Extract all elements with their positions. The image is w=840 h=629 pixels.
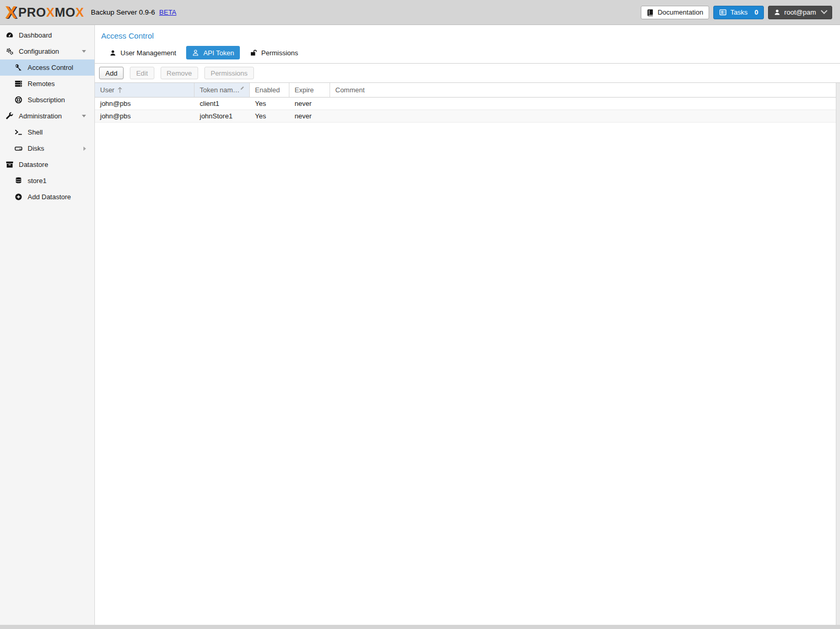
book-icon [647, 9, 654, 16]
column-label: Expire [295, 86, 314, 94]
sidebar-item-label: Access Control [28, 64, 73, 71]
remove-button[interactable]: Remove [161, 67, 198, 79]
cell-enabled: Yes [250, 112, 289, 120]
chevron-down-icon [821, 7, 827, 14]
bottom-border-strip [0, 625, 840, 629]
top-bar: X PROXMOX Backup Server 0.9-6 BETA Docum… [0, 0, 840, 25]
plus-circle-icon [14, 193, 23, 201]
column-header-comment[interactable]: Comment [330, 83, 836, 97]
logo-seg: PRO [18, 5, 46, 19]
column-header-expire[interactable]: Expire [289, 83, 330, 97]
column-sort-tick-icon [240, 86, 244, 89]
api-token-grid: User Token nam… Enabled Expire Comment [95, 83, 840, 625]
sidebar-item-label: Disks [28, 144, 44, 152]
sidebar-item-label: Shell [28, 128, 43, 136]
topbar-actions: Documentation Tasks 0 root@pam [641, 6, 832, 19]
sidebar-item-label: Add Datastore [28, 193, 71, 201]
user-outline-icon [192, 49, 199, 56]
sidebar-item-shell[interactable]: Shell [0, 124, 94, 140]
user-menu-label: root@pam [784, 8, 816, 16]
sidebar-item-configuration[interactable]: Configuration [0, 43, 94, 59]
key-icon [14, 64, 23, 71]
column-header-user[interactable]: User [95, 83, 194, 97]
sidebar-item-store1[interactable]: store1 [0, 173, 94, 189]
tasks-button[interactable]: Tasks 0 [713, 6, 764, 19]
proxmox-logo-x-icon: X [5, 4, 17, 21]
sort-asc-icon [117, 87, 123, 93]
add-button[interactable]: Add [99, 67, 124, 79]
user-icon [774, 9, 781, 16]
database-icon [14, 177, 23, 185]
cell-token-name: johnStore1 [194, 112, 250, 120]
column-label: Token nam… [200, 86, 240, 94]
sidebar-item-label: Subscription [28, 96, 65, 104]
tab-api-token[interactable]: API Token [186, 46, 240, 59]
task-list-icon [719, 8, 727, 16]
permissions-button[interactable]: Permissions [204, 67, 254, 79]
content-panel: Access Control User Management API Token [95, 25, 840, 625]
cell-token-name: client1 [194, 100, 250, 107]
caret-down-icon[interactable] [82, 50, 86, 53]
column-header-enabled[interactable]: Enabled [250, 83, 289, 97]
proxmox-logo: X PROXMOX [5, 4, 84, 21]
tab-user-management[interactable]: User Management [104, 46, 182, 59]
tasks-count-badge: 0 [754, 8, 758, 16]
sidebar-item-label: Configuration [19, 47, 59, 55]
user-menu-button[interactable]: root@pam [768, 6, 832, 19]
dashboard-icon [5, 31, 14, 39]
logo-seg: X [46, 5, 55, 19]
cell-user: john@pbs [95, 112, 194, 120]
unlock-icon [250, 49, 257, 56]
column-label: Comment [335, 86, 364, 94]
proxmox-logo-wordmark: PROXMOX [18, 6, 84, 19]
caret-right-icon[interactable] [83, 147, 86, 151]
beta-link[interactable]: BETA [159, 8, 176, 16]
content-header: Access Control User Management API Token [95, 25, 840, 64]
sidebar-item-label: Dashboard [19, 31, 52, 39]
wrench-icon [5, 112, 14, 120]
cell-expire: never [289, 112, 330, 120]
cell-enabled: Yes [250, 100, 289, 107]
terminal-icon [14, 128, 23, 136]
cell-user: john@pbs [95, 100, 194, 107]
caret-down-icon[interactable] [82, 115, 86, 117]
tab-label: Permissions [261, 49, 298, 57]
gears-icon [5, 47, 14, 55]
hard-disk-icon [14, 144, 23, 152]
sidebar-item-dashboard[interactable]: Dashboard [0, 27, 94, 43]
scrollbar-gutter[interactable] [836, 83, 840, 625]
tab-permissions[interactable]: Permissions [244, 46, 304, 59]
sidebar-item-add-datastore[interactable]: Add Datastore [0, 189, 94, 205]
server-icon [14, 80, 23, 88]
tab-label: User Management [120, 49, 176, 57]
grid-header-row: User Token nam… Enabled Expire Comment [95, 83, 836, 98]
main-layout: Dashboard Configuration Access Control R… [0, 25, 840, 625]
product-title: Backup Server 0.9-6 [91, 8, 155, 16]
sidebar-item-remotes[interactable]: Remotes [0, 76, 94, 92]
grid-toolbar: Add Edit Remove Permissions [95, 64, 840, 83]
page-title: Access Control [101, 31, 840, 40]
documentation-label: Documentation [658, 8, 703, 16]
logo-seg: MO [55, 5, 76, 19]
edit-button[interactable]: Edit [130, 67, 154, 79]
sidebar-item-label: Administration [19, 112, 62, 120]
column-label: Enabled [255, 86, 280, 94]
documentation-button[interactable]: Documentation [641, 6, 709, 19]
table-row[interactable]: john@pbs johnStore1 Yes never [95, 110, 836, 123]
sidebar-item-administration[interactable]: Administration [0, 108, 94, 124]
cell-expire: never [289, 100, 330, 107]
column-header-token-name[interactable]: Token nam… [194, 83, 250, 97]
sidebar-item-subscription[interactable]: Subscription [0, 92, 94, 108]
sidebar-item-datastore[interactable]: Datastore [0, 156, 94, 173]
sidebar-item-label: Datastore [19, 161, 48, 168]
tasks-label: Tasks [731, 8, 748, 16]
life-ring-icon [14, 96, 23, 104]
logo-seg: X [76, 5, 84, 19]
sidebar-item-disks[interactable]: Disks [0, 140, 94, 156]
tab-label: API Token [203, 49, 234, 57]
sidebar-nav: Dashboard Configuration Access Control R… [0, 25, 95, 625]
user-solid-icon [109, 50, 116, 56]
column-label: User [100, 86, 114, 94]
sidebar-item-access-control[interactable]: Access Control [0, 59, 94, 76]
table-row[interactable]: john@pbs client1 Yes never [95, 98, 836, 110]
